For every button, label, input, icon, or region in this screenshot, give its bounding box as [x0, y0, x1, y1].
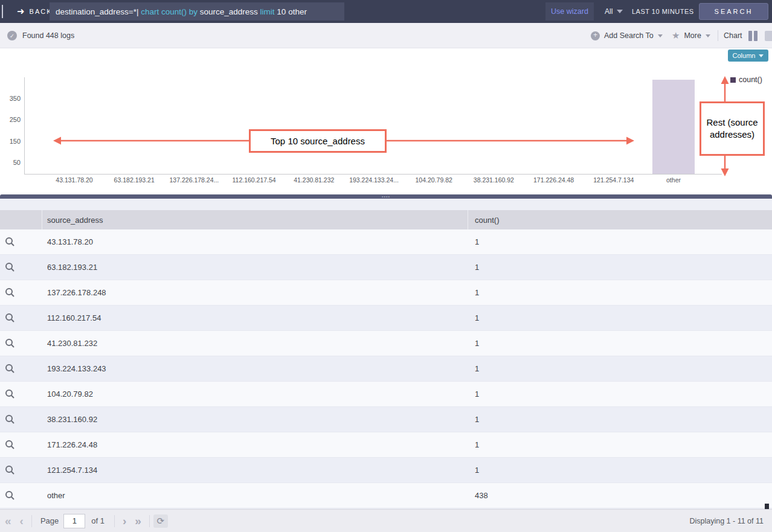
cell-source-address: other	[42, 491, 468, 500]
magnifier-icon[interactable]	[5, 287, 15, 298]
query-text: source_address	[198, 7, 260, 16]
table-row: 41.230.81.232 1	[0, 331, 772, 356]
found-logs-text: Found 448 logs	[22, 31, 74, 40]
cell-count: 1	[468, 339, 772, 348]
time-range-label: LAST 10 MINUTES	[632, 8, 694, 15]
grid-view-icon[interactable]	[765, 31, 772, 41]
cell-source-address: 43.131.78.20	[42, 237, 468, 246]
more-dropdown[interactable]: ★ More	[672, 23, 710, 48]
chart-legend: count()	[730, 75, 762, 84]
last-page-button[interactable]: »	[135, 515, 141, 527]
bar-other[interactable]	[652, 80, 695, 174]
back-button[interactable]: ➜︎ BACK	[17, 0, 53, 23]
next-page-button[interactable]: ›	[123, 515, 126, 527]
table-header-source-address[interactable]: source_address	[42, 210, 468, 229]
magnifier-icon[interactable]	[5, 389, 15, 399]
page-of-label: of 1	[91, 516, 105, 525]
page-number-input[interactable]	[63, 514, 85, 528]
table-header-count[interactable]: count()	[468, 210, 772, 229]
cell-count: 1	[468, 364, 772, 373]
refresh-icon[interactable]: ⟳	[153, 514, 168, 528]
magnifier-icon[interactable]	[5, 490, 15, 501]
back-arrow-icon: ➜︎	[17, 6, 25, 17]
table-body: 43.131.78.20 1 63.182.193.21 1	[0, 229, 772, 508]
magnifier-icon[interactable]	[5, 414, 15, 425]
add-search-to-label: Add Search To	[604, 31, 654, 40]
use-wizard-button[interactable]: Use wizard	[545, 2, 594, 21]
x-axis-label: 104.20.79.82	[400, 176, 467, 184]
cell-count: 438	[468, 491, 772, 500]
legend-swatch-icon	[730, 77, 736, 83]
x-axis-label: 171.226.24.48	[521, 176, 587, 184]
table-header-row: source_address count()	[0, 210, 772, 229]
x-axis-label: other	[640, 176, 707, 184]
cell-source-address: 193.224.133.243	[42, 364, 468, 373]
magnifier-icon[interactable]	[5, 465, 15, 475]
page-label: Page	[40, 516, 59, 525]
chart-type-label: Column	[733, 52, 756, 59]
cell-count: 1	[468, 313, 772, 322]
magnifier-icon[interactable]	[5, 313, 15, 323]
chevron-down-icon	[658, 34, 663, 37]
y-axis-tick: 350	[0, 95, 21, 102]
prev-page-button[interactable]: ‹	[20, 515, 24, 527]
plus-circle-icon: +	[591, 31, 600, 40]
scope-dropdown[interactable]: All	[605, 0, 623, 23]
x-axis-label: 43.131.78.20	[41, 176, 108, 184]
table-row: 137.226.178.248 1	[0, 280, 772, 306]
magnifier-icon[interactable]	[5, 262, 15, 272]
x-axis-label: 112.160.217.54	[221, 176, 288, 184]
search-button[interactable]: SEARCH	[699, 3, 768, 20]
magnifier-icon[interactable]	[5, 364, 15, 374]
chart-panel: Column count() Top 10 source_address Res…	[0, 48, 772, 194]
found-logs-status: ✓ Found 448 logs	[7, 23, 74, 48]
query-text: destination_address=*|	[56, 7, 141, 16]
panel-divider[interactable]: ••••	[0, 194, 772, 199]
search-query-input[interactable]: destination_address=*| chart count() by …	[50, 2, 344, 21]
x-axis-label: 137.226.178.24...	[161, 176, 227, 184]
first-page-button[interactable]: «	[5, 515, 11, 527]
y-axis-tick: 250	[0, 116, 21, 123]
y-axis-tick: 50	[0, 159, 21, 166]
table-row: 193.224.133.243 1	[0, 356, 772, 382]
scope-label: All	[605, 7, 613, 16]
x-axis-label: 38.231.160.92	[460, 176, 527, 184]
cell-count: 1	[468, 415, 772, 424]
star-icon: ★	[672, 30, 680, 41]
y-axis-line	[24, 77, 25, 174]
query-keyword: by	[189, 7, 198, 16]
annotation-rest-box: Rest (source addresses)	[700, 101, 765, 156]
view-toggle-group: Chart	[724, 23, 772, 48]
query-keyword: chart count()	[141, 7, 187, 16]
cell-source-address: 38.231.160.92	[42, 415, 468, 424]
magnifier-icon[interactable]	[5, 338, 15, 348]
left-edge-line	[2, 5, 3, 18]
column-chart-view-icon[interactable]	[748, 31, 759, 41]
magnifier-icon[interactable]	[5, 237, 15, 247]
table-row: 171.226.24.48 1	[0, 432, 772, 458]
table-row: 112.160.217.54 1	[0, 306, 772, 331]
query-text: 10 other	[275, 7, 307, 16]
cell-source-address: 41.230.81.232	[42, 339, 468, 348]
results-status-bar: ✓ Found 448 logs + Add Search To ★ More …	[0, 23, 772, 48]
time-range-dropdown[interactable]: LAST 10 MINUTES	[632, 0, 706, 23]
y-axis-tick: 150	[0, 138, 21, 145]
table-row: 121.254.7.134 1	[0, 458, 772, 483]
magnifier-icon[interactable]	[5, 440, 15, 450]
chart-type-dropdown[interactable]: Column	[728, 50, 768, 62]
table-row: 43.131.78.20 1	[0, 229, 772, 255]
cell-source-address: 63.182.193.21	[42, 263, 468, 272]
cell-source-address: 104.20.79.82	[42, 389, 468, 399]
back-label: BACK	[30, 8, 53, 15]
chevron-down-icon	[706, 34, 710, 37]
divider	[114, 515, 115, 527]
chart-view-label: Chart	[724, 31, 742, 40]
table-header-icon-col	[0, 210, 42, 229]
add-search-to-dropdown[interactable]: + Add Search To	[591, 23, 663, 48]
scrollbar-thumb[interactable]	[765, 504, 769, 509]
divider	[718, 30, 718, 41]
results-table: source_address count() 43.131.78.20 1	[0, 199, 772, 509]
x-axis-label: 193.224.133.24...	[341, 176, 407, 184]
cell-count: 1	[468, 440, 772, 449]
chevron-down-icon	[759, 54, 764, 57]
